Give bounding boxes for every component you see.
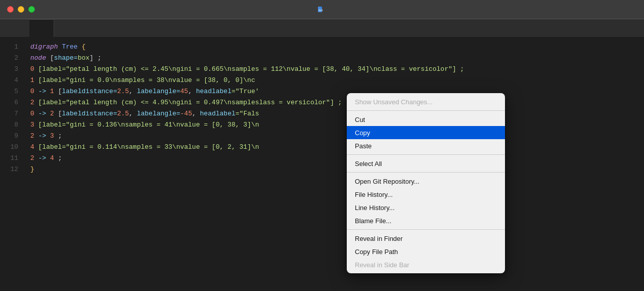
menu-separator — [347, 110, 505, 111]
line-number: 7 — [0, 108, 18, 119]
code-editor[interactable]: digraph Tree {node [shape=box] ;0 [label… — [24, 37, 644, 291]
menu-item-select-all[interactable]: Select All — [347, 157, 505, 170]
active-tab[interactable] — [29, 19, 54, 37]
menu-item-reveal-sidebar: Reveal in Side Bar — [347, 258, 505, 271]
line-number: 8 — [0, 119, 18, 131]
menu-item-file-history[interactable]: File History... — [347, 188, 505, 201]
line-number: 5 — [0, 86, 18, 97]
line-number: 6 — [0, 97, 18, 108]
menu-item-blame-file[interactable]: Blame File... — [347, 214, 505, 227]
code-line: 0 -> 2 [labeldistance=2.5, labelangle=-4… — [28, 108, 644, 119]
svg-rect-1 — [320, 7, 322, 8]
file-dot-icon: dot — [316, 6, 325, 14]
menu-separator — [347, 229, 505, 230]
code-line: 3 [label="gini = 0.136\nsamples = 41\nva… — [28, 119, 644, 131]
back-button[interactable] — [4, 23, 14, 33]
line-numbers: 123456789101112 — [0, 37, 24, 291]
code-line: 1 [label="gini = 0.0\nsamples = 38\nvalu… — [28, 75, 644, 86]
line-number: 12 — [0, 164, 18, 175]
menu-separator — [347, 172, 505, 173]
line-number: 2 — [0, 53, 18, 64]
code-line: 4 [label="gini = 0.114\nsamples = 33\nva… — [28, 142, 644, 153]
menu-item-paste[interactable]: Paste — [347, 139, 505, 152]
line-number: 1 — [0, 41, 18, 53]
menu-item-show-unsaved: Show Unsaved Changes... — [347, 95, 505, 108]
code-line: 2 -> 3 ; — [28, 131, 644, 142]
code-line: digraph Tree { — [28, 41, 644, 53]
line-number: 3 — [0, 64, 18, 75]
tab-close-button[interactable] — [39, 24, 48, 32]
minimize-button[interactable] — [18, 6, 24, 13]
line-number: 9 — [0, 131, 18, 142]
tab-bar — [0, 19, 644, 37]
menu-item-open-git[interactable]: Open Git Repository... — [347, 175, 505, 188]
svg-text:dot: dot — [318, 9, 323, 12]
maximize-button[interactable] — [28, 6, 35, 13]
line-number: 11 — [0, 153, 18, 164]
line-number: 4 — [0, 75, 18, 86]
editor-area: 123456789101112 digraph Tree {node [shap… — [0, 37, 644, 291]
menu-item-line-history[interactable]: Line History... — [347, 201, 505, 214]
code-line: 0 -> 1 [labeldistance=2.5, labelangle=45… — [28, 86, 644, 97]
context-menu: Show Unsaved Changes...CutCopyPasteSelec… — [347, 93, 505, 273]
line-number: 10 — [0, 142, 18, 153]
forward-button[interactable] — [15, 23, 25, 33]
title-bar: dot — [0, 0, 644, 19]
code-line: } — [28, 164, 644, 175]
code-line: 2 [label="petal length (cm) <= 4.95\ngin… — [28, 97, 644, 108]
code-line: node [shape=box] ; — [28, 53, 644, 64]
menu-item-cut[interactable]: Cut — [347, 113, 505, 126]
menu-separator — [347, 154, 505, 155]
menu-item-copy[interactable]: Copy — [347, 126, 505, 139]
traffic-lights — [7, 6, 35, 13]
code-line: 0 [label="petal length (cm) <= 2.45\ngin… — [28, 64, 644, 75]
window-title: dot — [316, 6, 328, 14]
nav-buttons — [4, 23, 25, 33]
code-line: 2 -> 4 ; — [28, 153, 644, 164]
menu-item-reveal-finder[interactable]: Reveal in Finder — [347, 232, 505, 245]
menu-item-copy-path[interactable]: Copy File Path — [347, 245, 505, 258]
close-button[interactable] — [7, 6, 14, 13]
